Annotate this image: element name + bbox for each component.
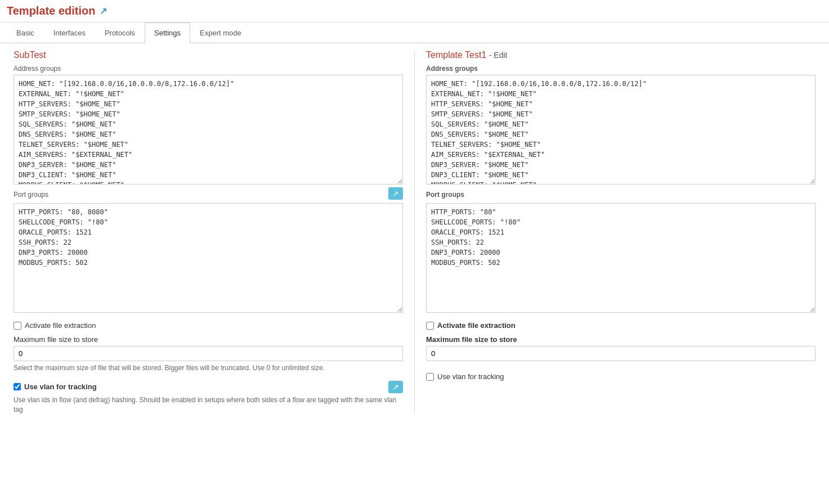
left-vlan-checkbox[interactable]	[14, 383, 21, 390]
right-vlan-checkbox[interactable]	[426, 373, 434, 381]
tab-protocols[interactable]: Protocols	[95, 22, 145, 43]
right-port-groups-header: Port groups	[426, 186, 815, 201]
right-vlan-label: Use vlan for tracking	[437, 372, 504, 381]
left-vlan-hint: Use vlan ids in flow (and defrag) hashin…	[14, 395, 403, 415]
left-port-groups-link-btn[interactable]: ↗	[388, 187, 403, 200]
left-vlan-label: Use vlan for tracking	[24, 382, 97, 391]
left-max-file-size-input[interactable]	[14, 346, 403, 361]
page-title: Template edition ↗	[7, 4, 107, 17]
tab-interfaces[interactable]: Interfaces	[44, 22, 95, 43]
left-port-groups-label: Port groups	[14, 191, 48, 199]
right-port-groups-textarea[interactable]: HTTP_PORTS: "80" SHELLCODE_PORTS: "!80" …	[426, 203, 815, 313]
left-vlan-left: Use vlan for tracking	[14, 382, 97, 391]
right-address-groups-label: Address groups	[426, 65, 815, 73]
right-max-file-size-label: Maximum file size to store	[426, 335, 815, 344]
panel-divider	[414, 50, 415, 414]
left-panel: SubTest Address groups HOME_NET: "[192.1…	[7, 50, 410, 414]
external-link-icon[interactable]: ↗	[100, 6, 107, 16]
right-max-file-size-input[interactable]	[426, 346, 815, 361]
left-max-file-size-label: Maximum file size to store	[14, 335, 403, 344]
page-title-text: Template edition	[7, 4, 95, 17]
left-activate-file-extraction-checkbox[interactable]	[14, 322, 21, 330]
tab-bar: Basic Interfaces Protocols Settings Expe…	[0, 22, 829, 43]
left-vlan-link-btn[interactable]: ↗	[388, 381, 403, 393]
right-activate-file-extraction-row: Activate file extraction	[426, 321, 815, 330]
main-content: SubTest Address groups HOME_NET: "[192.1…	[0, 43, 829, 421]
tab-expert-mode[interactable]: Expert mode	[190, 22, 251, 43]
right-panel: Template Test1 - Edit Address groups HOM…	[419, 50, 822, 414]
right-address-groups-container: HOME_NET: "[192.168.0.0/16,10.0.0.0/8,17…	[426, 75, 815, 186]
right-address-groups-textarea[interactable]: HOME_NET: "[192.168.0.0/16,10.0.0.0/8,17…	[426, 75, 815, 184]
page-header: Template edition ↗	[0, 0, 829, 22]
right-activate-file-extraction-label: Activate file extraction	[437, 321, 516, 330]
right-vlan-row: Use vlan for tracking	[426, 372, 815, 381]
left-port-groups-container: HTTP_PORTS: "80, 8080" SHELLCODE_PORTS: …	[14, 203, 403, 314]
left-activate-file-extraction-label: Activate file extraction	[25, 321, 96, 330]
left-hint-text: Select the maximum size of file that wil…	[14, 363, 403, 373]
left-activate-file-extraction-row: Activate file extraction	[14, 321, 403, 330]
left-vlan-row: Use vlan for tracking ↗	[14, 381, 403, 393]
left-port-groups-header: Port groups ↗	[14, 186, 403, 201]
tab-settings[interactable]: Settings	[145, 22, 190, 43]
left-address-groups-label: Address groups	[14, 65, 403, 73]
right-panel-title: Template Test1 - Edit	[426, 50, 815, 60]
left-address-groups-container: HOME_NET: "[192.168.0.0/16,10.0.0.0/8,17…	[14, 75, 403, 186]
left-address-groups-textarea[interactable]: HOME_NET: "[192.168.0.0/16,10.0.0.0/8,17…	[14, 75, 403, 184]
right-port-groups-container: HTTP_PORTS: "80" SHELLCODE_PORTS: "!80" …	[426, 203, 815, 314]
left-port-groups-textarea[interactable]: HTTP_PORTS: "80, 8080" SHELLCODE_PORTS: …	[14, 203, 403, 313]
left-panel-title: SubTest	[14, 50, 403, 60]
right-panel-edit-label: - Edit	[489, 51, 508, 60]
tab-basic[interactable]: Basic	[7, 22, 44, 43]
right-activate-file-extraction-checkbox[interactable]	[426, 322, 434, 330]
left-panel-title-text: SubTest	[14, 50, 46, 60]
right-port-groups-label: Port groups	[426, 191, 464, 199]
right-panel-title-text: Template Test1	[426, 50, 486, 60]
